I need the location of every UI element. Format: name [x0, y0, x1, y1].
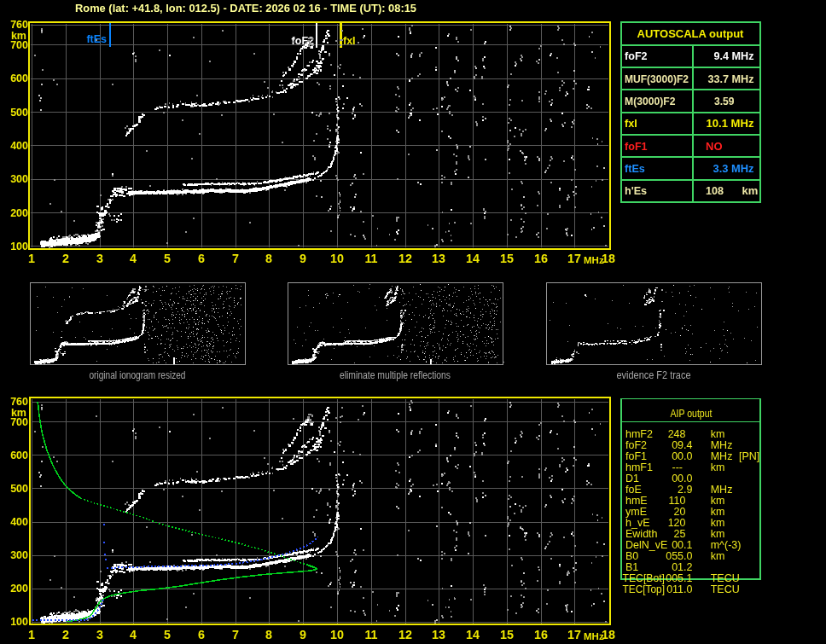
svg-text:108: 108: [706, 184, 724, 197]
svg-text:760: 760: [10, 19, 28, 31]
svg-text:33.7 MHz: 33.7 MHz: [708, 73, 754, 85]
svg-text:600: 600: [10, 450, 28, 461]
svg-text:248: 248: [668, 428, 686, 440]
svg-text:evidence F2 trace: evidence F2 trace: [617, 369, 691, 381]
svg-text:foE: foE: [625, 484, 642, 496]
svg-text:original ionogram resized: original ionogram resized: [90, 369, 186, 381]
svg-text:MHz: MHz: [584, 631, 604, 641]
svg-text:fxI: fxI: [625, 118, 637, 130]
svg-text:10.1 MHz: 10.1 MHz: [707, 117, 754, 130]
svg-text:15: 15: [500, 628, 514, 641]
svg-text:h'Es: h'Es: [625, 185, 647, 197]
svg-text:[PN]: [PN]: [739, 450, 759, 462]
svg-text:700: 700: [10, 416, 28, 428]
svg-text:4: 4: [130, 628, 137, 641]
svg-text:MHz: MHz: [711, 450, 733, 462]
svg-text:5: 5: [164, 252, 171, 265]
svg-text:5: 5: [164, 628, 171, 641]
svg-text:km: km: [711, 528, 725, 540]
svg-text:km: km: [742, 184, 759, 197]
svg-text:1: 1: [28, 628, 35, 641]
svg-text:500: 500: [10, 483, 28, 495]
svg-text:16: 16: [534, 628, 548, 641]
svg-text:TECU: TECU: [711, 572, 740, 584]
svg-text:MHz: MHz: [584, 255, 604, 265]
svg-text:km: km: [711, 517, 725, 529]
svg-text:13: 13: [432, 628, 445, 641]
svg-text:foF2: foF2: [625, 439, 647, 451]
svg-text:1: 1: [28, 252, 35, 265]
svg-text:km: km: [711, 550, 725, 562]
svg-text:9: 9: [300, 252, 306, 265]
svg-text:D1: D1: [625, 473, 639, 484]
svg-text:TECU: TECU: [711, 583, 740, 595]
svg-text:10: 10: [330, 628, 344, 641]
svg-text:700: 700: [10, 39, 28, 51]
svg-text:13: 13: [432, 252, 445, 265]
svg-text:---: ---: [672, 461, 683, 473]
svg-text:005.1: 005.1: [666, 572, 692, 584]
svg-text:MHz: MHz: [711, 484, 733, 496]
svg-text:MUF(3000)F2: MUF(3000)F2: [625, 73, 689, 85]
svg-text:hmF1: hmF1: [625, 461, 653, 473]
svg-text:9.4 MHz: 9.4 MHz: [714, 49, 754, 62]
svg-text:8: 8: [265, 628, 272, 641]
svg-text:B1: B1: [625, 561, 638, 573]
svg-text:M(3000)F2: M(3000)F2: [625, 96, 676, 107]
svg-text:hmF2: hmF2: [625, 428, 653, 440]
svg-text:3.59: 3.59: [714, 95, 735, 107]
svg-text:AUTOSCALA output: AUTOSCALA output: [637, 27, 745, 40]
svg-text:300: 300: [10, 173, 28, 185]
svg-text:12: 12: [398, 252, 412, 265]
svg-text:12: 12: [398, 628, 412, 641]
svg-text:09.4: 09.4: [672, 439, 692, 451]
svg-text:200: 200: [10, 583, 28, 595]
svg-text:600: 600: [10, 73, 28, 84]
svg-text:Rome (lat: +41.8, lon: 012.5): Rome (lat: +41.8, lon: 012.5) - DATE: 20…: [75, 2, 416, 15]
svg-text:200: 200: [10, 207, 28, 219]
svg-text:4: 4: [130, 252, 137, 265]
svg-text:120: 120: [668, 517, 686, 529]
svg-text:ftEs: ftEs: [625, 163, 645, 175]
svg-text:3.3 MHz: 3.3 MHz: [713, 162, 754, 175]
svg-text:eliminate multiple reflections: eliminate multiple reflections: [340, 369, 451, 381]
svg-text:2: 2: [62, 628, 69, 641]
svg-text:14: 14: [466, 252, 480, 265]
svg-text:NO: NO: [706, 140, 723, 153]
svg-text:TEC[Bot]: TEC[Bot]: [623, 572, 666, 584]
svg-text:300: 300: [10, 549, 28, 561]
svg-text:9: 9: [300, 628, 306, 641]
svg-text:16: 16: [534, 252, 548, 265]
svg-text:km: km: [711, 495, 725, 507]
svg-text:km: km: [711, 428, 725, 440]
svg-text:11: 11: [364, 252, 377, 265]
svg-text:m^(-3): m^(-3): [711, 539, 742, 551]
svg-text:foF1: foF1: [625, 141, 648, 153]
svg-text:17: 17: [567, 252, 581, 265]
svg-text:14: 14: [466, 628, 480, 641]
svg-text:7: 7: [232, 252, 239, 265]
svg-text:11: 11: [364, 628, 377, 641]
svg-text:055.0: 055.0: [666, 550, 692, 562]
svg-text:MHz: MHz: [711, 439, 733, 451]
svg-text:100: 100: [10, 616, 28, 628]
svg-text:TEC[Top]: TEC[Top]: [623, 583, 666, 595]
svg-text:110: 110: [669, 495, 686, 507]
svg-text:km: km: [711, 461, 725, 473]
svg-text:01.2: 01.2: [672, 561, 692, 573]
svg-text:011.0: 011.0: [666, 583, 692, 595]
svg-text:foF2: foF2: [625, 50, 648, 62]
svg-text:3: 3: [96, 628, 103, 641]
svg-text:2.9: 2.9: [678, 484, 692, 496]
svg-text:fxI: fxI: [343, 35, 356, 47]
svg-text:400: 400: [10, 140, 28, 152]
svg-text:2: 2: [62, 252, 69, 265]
svg-text:hmE: hmE: [625, 495, 648, 507]
svg-text:400: 400: [10, 516, 28, 528]
svg-text:km: km: [711, 506, 725, 518]
svg-text:Ewidth: Ewidth: [625, 528, 658, 540]
svg-text:760: 760: [10, 396, 28, 408]
svg-text:DelN_vE: DelN_vE: [625, 539, 667, 551]
svg-text:h_vE: h_vE: [625, 517, 650, 529]
svg-text:foF1: foF1: [625, 450, 647, 462]
